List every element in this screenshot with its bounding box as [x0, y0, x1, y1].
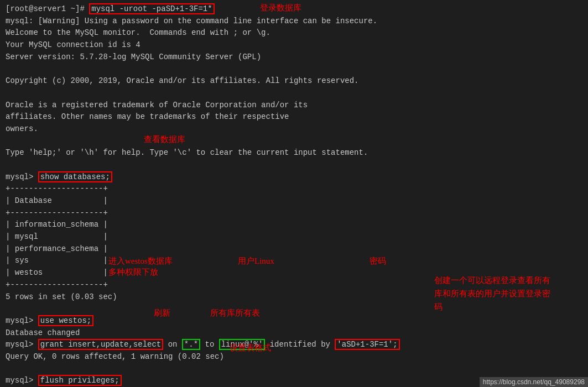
line-8	[6, 87, 582, 100]
line-12	[6, 135, 582, 148]
line-17: | Database |	[6, 195, 582, 207]
line-27: mysql> use westos;	[6, 315, 582, 327]
cmd-grant-part: grant insert,update,select	[38, 339, 163, 350]
cmd-flush: flush privileges;	[38, 375, 122, 386]
bottom-url-bar: https://blog.csdn.net/qq_49089298	[480, 377, 588, 387]
line-11: owners.	[6, 123, 582, 135]
prompt-27: mysql>	[6, 316, 38, 325]
annotation-all-tables: 所有库所有表	[210, 308, 260, 318]
line-7: Copyright (c) 2000, 2019, Oracle and/or …	[6, 75, 582, 87]
annotation-table-format: 设置表格式	[230, 343, 271, 353]
prompt-1: [root@server1 ~]#	[6, 4, 89, 13]
line-13: Type 'help;' or '\h' for help. Type '\c'…	[6, 147, 582, 159]
grant-password: 'aSD+1-3F=1';	[335, 339, 399, 350]
line-10: affiliates. Other names may be trademark…	[6, 111, 582, 123]
line-30: Query OK, 0 rows affected, 1 warning (0.…	[6, 351, 582, 363]
line-19: | information_schema |	[6, 219, 582, 231]
annotation-flush: 刷新	[154, 308, 170, 318]
line-29: mysql> grant insert,update,select on *.*…	[6, 339, 582, 351]
line-22: | sys |	[6, 255, 582, 267]
line-20: | mysql |	[6, 231, 582, 243]
grant-identified: identified by	[265, 340, 335, 349]
grant-to: to	[200, 340, 219, 349]
cmd-show-db: show databases;	[38, 171, 112, 182]
annotation-privilege: 多种权限下放	[108, 267, 158, 278]
line-31	[6, 363, 582, 375]
line-4: Your MySQL connection id is 4	[6, 39, 582, 51]
grant-on: on	[163, 340, 182, 349]
prompt-15: mysql>	[6, 172, 38, 181]
annotation-login: 登录数据库	[260, 3, 301, 13]
line-3: Welcome to the MySQL monitor. Commands e…	[6, 27, 582, 39]
line-18: +--------------------+	[6, 207, 582, 219]
line-15: mysql> show databases;	[6, 171, 582, 184]
line-9: Oracle is a registered trademark of Orac…	[6, 100, 582, 112]
annotation-use-westos: 进入westos数据库	[108, 256, 173, 266]
cmd-use-westos: use westos;	[38, 315, 93, 326]
prompt-29: mysql>	[6, 340, 38, 349]
cmd-login: mysql -uroot -paSD+1-3F=1*	[89, 3, 214, 14]
annotation-password: 密码	[370, 256, 386, 266]
line-14	[6, 159, 582, 171]
annotation-create-user: 创建一个可以远程登录查看所有库和所有表的用户并设置登录密码	[434, 274, 550, 313]
terminal-window: [root@server1 ~]# mysql -uroot -paSD+1-3…	[0, 0, 588, 387]
bottom-url-text: https://blog.csdn.net/qq_49089298	[483, 378, 585, 386]
line-6	[6, 63, 582, 75]
line-16: +--------------------+	[6, 183, 582, 195]
grant-all-tables: *.*	[182, 339, 200, 350]
annotation-show-db: 查看数据库	[144, 134, 185, 145]
annotation-user-linux: 用户Linux	[238, 256, 274, 266]
line-2: mysql: [Warning] Using a password on the…	[6, 15, 582, 28]
line-5: Server version: 5.7.28-log MySQL Communi…	[6, 51, 582, 64]
line-28: Database changed	[6, 327, 582, 339]
prompt-32: mysql>	[6, 376, 38, 385]
line-21: | performance_schema |	[6, 243, 582, 255]
